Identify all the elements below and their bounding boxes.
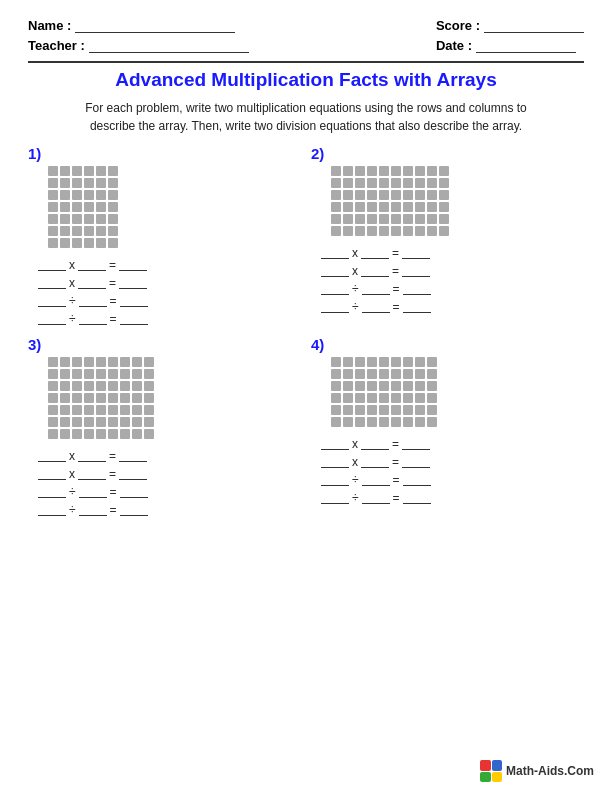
blank[interactable] — [38, 295, 66, 307]
eq-row: x = — [38, 449, 301, 463]
blank[interactable] — [321, 283, 349, 295]
blank[interactable] — [362, 492, 390, 504]
blank[interactable] — [78, 468, 106, 480]
blank[interactable] — [38, 468, 66, 480]
blank[interactable] — [79, 504, 107, 516]
dot — [108, 369, 118, 379]
blank[interactable] — [403, 474, 431, 486]
blank[interactable] — [321, 456, 349, 468]
dot — [379, 405, 389, 415]
dot — [132, 381, 142, 391]
page: Name : Teacher : Score : Date : Advanced… — [0, 0, 612, 792]
dot-row — [48, 238, 301, 248]
dot — [72, 202, 82, 212]
dot-row — [48, 417, 301, 427]
dot — [391, 226, 401, 236]
blank[interactable] — [38, 259, 66, 271]
dot — [120, 417, 130, 427]
dot — [343, 381, 353, 391]
dot — [96, 190, 106, 200]
blank[interactable] — [79, 313, 107, 325]
blank[interactable] — [402, 265, 430, 277]
dot — [415, 166, 425, 176]
dot — [355, 202, 365, 212]
dot — [391, 166, 401, 176]
dot-row — [48, 429, 301, 439]
blank[interactable] — [321, 438, 349, 450]
blank[interactable] — [403, 301, 431, 313]
eq-row: ÷ = — [321, 300, 584, 314]
blank[interactable] — [321, 301, 349, 313]
dot — [96, 417, 106, 427]
blank[interactable] — [361, 247, 389, 259]
blank[interactable] — [362, 474, 390, 486]
blank[interactable] — [321, 265, 349, 277]
blank[interactable] — [403, 283, 431, 295]
dot — [60, 369, 70, 379]
blank[interactable] — [402, 247, 430, 259]
problem-3: 3) x = x = ÷ — [28, 336, 301, 527]
blank[interactable] — [120, 313, 148, 325]
dot — [108, 405, 118, 415]
blank[interactable] — [119, 277, 147, 289]
name-line[interactable] — [75, 19, 235, 33]
blank[interactable] — [321, 247, 349, 259]
blank[interactable] — [321, 492, 349, 504]
blank[interactable] — [38, 504, 66, 516]
problem-4-equations: x = x = ÷ = — [321, 437, 584, 505]
dot — [60, 202, 70, 212]
dot — [391, 202, 401, 212]
blank[interactable] — [119, 450, 147, 462]
blank[interactable] — [120, 295, 148, 307]
problem-4-number: 4) — [311, 336, 584, 353]
blank[interactable] — [78, 277, 106, 289]
dot — [60, 381, 70, 391]
dot — [439, 226, 449, 236]
date-line[interactable] — [476, 39, 576, 53]
blank[interactable] — [402, 438, 430, 450]
eq-row: ÷ = — [38, 503, 301, 517]
blank[interactable] — [79, 295, 107, 307]
blank[interactable] — [361, 265, 389, 277]
blank[interactable] — [120, 504, 148, 516]
blank[interactable] — [79, 486, 107, 498]
name-label: Name : — [28, 18, 71, 33]
blank[interactable] — [403, 492, 431, 504]
score-row: Score : — [436, 18, 584, 33]
blank[interactable] — [119, 468, 147, 480]
blank[interactable] — [38, 450, 66, 462]
blank[interactable] — [78, 450, 106, 462]
dot — [144, 417, 154, 427]
dot — [48, 214, 58, 224]
blank[interactable] — [321, 474, 349, 486]
dot — [355, 226, 365, 236]
dot — [132, 405, 142, 415]
blank[interactable] — [362, 301, 390, 313]
dot — [379, 381, 389, 391]
blank[interactable] — [120, 486, 148, 498]
eq-row: x = — [321, 437, 584, 451]
dot — [331, 214, 341, 224]
teacher-line[interactable] — [89, 39, 249, 53]
dot — [379, 357, 389, 367]
blank[interactable] — [361, 438, 389, 450]
dot — [415, 178, 425, 188]
blank[interactable] — [362, 283, 390, 295]
dot — [343, 226, 353, 236]
score-line[interactable] — [484, 19, 584, 33]
blank[interactable] — [78, 259, 106, 271]
blank[interactable] — [402, 456, 430, 468]
logo: Math-Aids.Com — [480, 760, 594, 782]
dot — [379, 166, 389, 176]
dot — [120, 429, 130, 439]
blank[interactable] — [38, 313, 66, 325]
blank[interactable] — [361, 456, 389, 468]
dot — [415, 417, 425, 427]
dot — [132, 369, 142, 379]
dot — [84, 214, 94, 224]
dot — [108, 417, 118, 427]
blank[interactable] — [119, 259, 147, 271]
dot — [379, 393, 389, 403]
blank[interactable] — [38, 486, 66, 498]
blank[interactable] — [38, 277, 66, 289]
